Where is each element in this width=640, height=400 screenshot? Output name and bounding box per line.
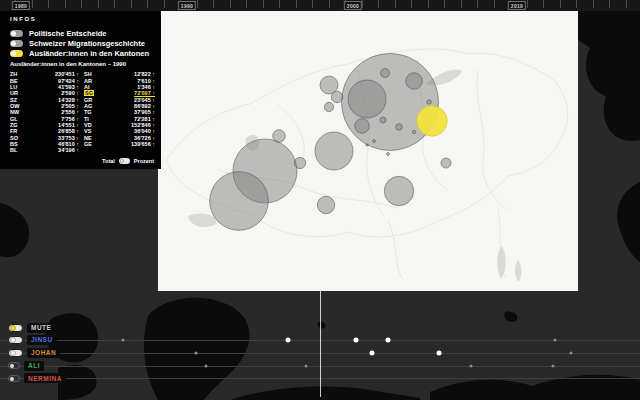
toggle-knob xyxy=(11,41,16,46)
toggle-knob xyxy=(11,31,16,36)
track-event-dot[interactable] xyxy=(386,337,391,342)
canton-bubble[interactable] xyxy=(355,119,370,134)
canton-code[interactable]: TG xyxy=(84,109,92,115)
track-event-dot[interactable] xyxy=(552,364,555,367)
user-toggle[interactable] xyxy=(8,349,23,357)
track-event-dot[interactable] xyxy=(470,364,473,367)
percent-label[interactable]: Prozent xyxy=(134,158,154,164)
canton-bubble[interactable] xyxy=(412,130,415,133)
canton-value: 12'822 ↑ xyxy=(134,71,155,77)
user-toggle[interactable] xyxy=(8,336,23,344)
canton-code[interactable]: SZ xyxy=(10,97,17,103)
track-event-dot[interactable] xyxy=(554,338,557,341)
canton-bubble[interactable] xyxy=(324,102,333,111)
total-label[interactable]: Total xyxy=(102,158,115,164)
user-label[interactable]: MUTE xyxy=(27,323,55,333)
canton-code[interactable]: SG xyxy=(84,90,94,96)
canton-bubble[interactable] xyxy=(373,140,376,143)
legend-label: Ausländer:innen in den Kantonen xyxy=(29,49,149,58)
user-row-nermina: NERMINA xyxy=(8,372,66,384)
track-event-dot[interactable] xyxy=(305,364,308,367)
user-toggle[interactable] xyxy=(8,324,23,332)
canton-code[interactable]: OW xyxy=(10,103,19,109)
canton-bubble[interactable] xyxy=(406,73,423,90)
canton-bubble[interactable] xyxy=(331,91,342,102)
canton-code[interactable]: VS xyxy=(84,128,91,134)
canton-table-title: Ausländer:innen in den Kantonen – 1990 xyxy=(10,61,126,67)
canton-code[interactable]: GE xyxy=(84,141,92,147)
canton-bubble[interactable] xyxy=(315,132,353,170)
canton-code[interactable]: UR xyxy=(10,90,18,96)
canton-code[interactable]: AR xyxy=(84,78,92,84)
canton-code[interactable]: BL xyxy=(10,147,17,153)
canton-bubble[interactable] xyxy=(380,117,386,123)
canton-code[interactable]: ZH xyxy=(10,71,17,77)
timeline-year-label[interactable]: 1990 xyxy=(178,1,196,10)
canton-bubble[interactable] xyxy=(366,144,368,146)
track-event-dot[interactable] xyxy=(286,337,291,342)
info-panel: INFOS Politische Entscheide Schweizer Mi… xyxy=(0,11,161,169)
canton-code[interactable]: NE xyxy=(84,135,92,141)
canton-bubble[interactable] xyxy=(427,100,432,105)
canton-code[interactable]: SH xyxy=(84,71,92,77)
canton-bubble[interactable] xyxy=(441,158,451,168)
app-stage: 1980 1990 2000 2010 INFOS Politische Ent… xyxy=(0,0,640,400)
total-percent-toggle[interactable] xyxy=(119,158,130,164)
track-event-dot[interactable] xyxy=(205,364,208,367)
legend-item-politische-entscheide[interactable]: Politische Entscheide xyxy=(10,28,149,38)
canton-code[interactable]: GR xyxy=(84,97,92,103)
canton-code[interactable]: AI xyxy=(84,84,90,90)
timeline-year-label[interactable]: 2010 xyxy=(508,1,526,10)
track-event-dot[interactable] xyxy=(195,351,198,354)
layer-toggle[interactable] xyxy=(10,40,23,47)
switzerland-map-panel[interactable] xyxy=(158,10,578,291)
canton-bubble[interactable] xyxy=(387,153,390,156)
layer-toggle[interactable] xyxy=(10,30,23,37)
user-label[interactable]: JOHAN xyxy=(27,348,60,358)
canton-code[interactable]: SO xyxy=(10,135,18,141)
canton-code[interactable]: GL xyxy=(10,116,18,122)
canton-bubble[interactable] xyxy=(317,196,334,213)
canton-code[interactable]: FR xyxy=(10,128,17,134)
canton-bubble[interactable] xyxy=(381,69,390,78)
canton-bubble[interactable] xyxy=(294,157,305,168)
canton-value: 26'858 ↑ xyxy=(58,128,79,134)
track-event-dot[interactable] xyxy=(370,350,375,355)
canton-code[interactable]: AG xyxy=(84,103,92,109)
user-toggle[interactable] xyxy=(8,362,20,369)
canton-code[interactable]: NW xyxy=(10,109,19,115)
canton-value: 7'756 ↑ xyxy=(61,116,79,122)
timeline-cursor[interactable] xyxy=(320,291,321,397)
user-label[interactable]: ALI xyxy=(24,361,44,371)
user-row-johan: JOHAN xyxy=(8,347,60,359)
timeline-year-label[interactable]: 2000 xyxy=(344,1,362,10)
canton-code[interactable]: ZG xyxy=(10,122,18,128)
total-percent-switch[interactable]: Total Prozent xyxy=(102,158,154,164)
canton-bubble[interactable] xyxy=(384,176,413,205)
canton-code[interactable]: VD xyxy=(84,122,92,128)
user-label[interactable]: JINSU xyxy=(27,335,57,345)
canton-bubble[interactable] xyxy=(396,124,403,131)
canton-value: 36'040 ↑ xyxy=(134,128,155,134)
track-event-dot[interactable] xyxy=(570,351,573,354)
canton-bubble[interactable] xyxy=(348,80,386,118)
user-row-ali: ALI xyxy=(8,360,44,372)
canton-value: 2'505 ↑ xyxy=(61,103,79,109)
track-event-dot[interactable] xyxy=(437,350,442,355)
legend-item-migrationsgeschichte[interactable]: Schweizer Migrationsgeschichte xyxy=(10,38,149,48)
track-event-dot[interactable] xyxy=(354,337,359,342)
canton-bubble-highlighted[interactable] xyxy=(417,106,448,137)
legend-item-auslaender-kantone[interactable]: Ausländer:innen in den Kantonen xyxy=(10,49,149,59)
canton-code[interactable]: BS xyxy=(10,141,18,147)
user-toggle[interactable] xyxy=(8,375,20,382)
canton-bubble[interactable] xyxy=(273,130,286,143)
timeline-year-label[interactable]: 1980 xyxy=(12,1,30,10)
canton-code[interactable]: BE xyxy=(10,78,18,84)
track-event-dot[interactable] xyxy=(122,338,125,341)
canton-code[interactable]: LU xyxy=(10,84,17,90)
canton-bubble[interactable] xyxy=(210,172,269,231)
layer-toggle[interactable] xyxy=(10,50,23,57)
canton-code[interactable]: TI xyxy=(84,116,89,122)
user-label[interactable]: NERMINA xyxy=(24,373,66,383)
timeline[interactable]: 1980 1990 2000 2010 xyxy=(0,0,640,11)
